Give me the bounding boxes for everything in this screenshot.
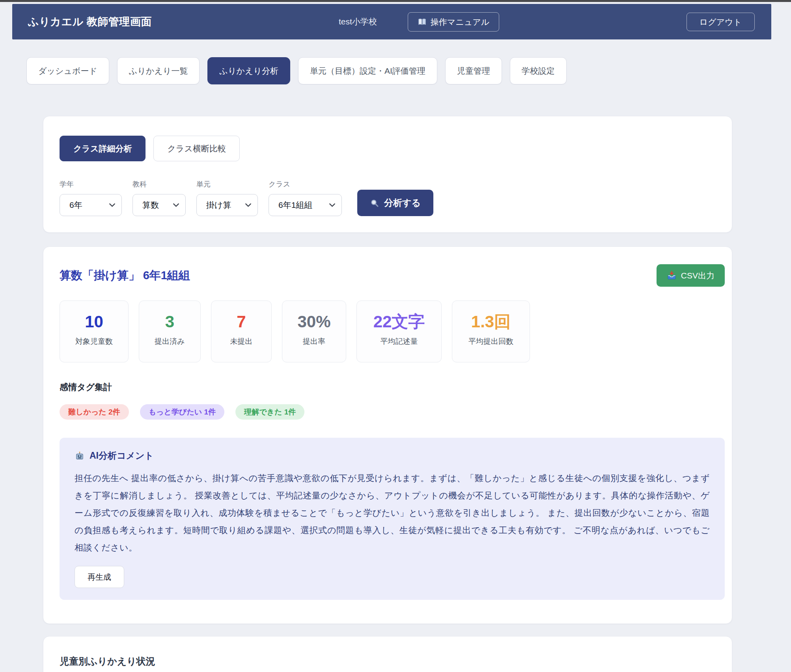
manual-button-label: 操作マニュアル [431, 18, 489, 26]
subject-label: 教科 [132, 179, 186, 189]
tab-unit-settings[interactable]: 単元（目標）設定・AI評価管理 [298, 57, 437, 84]
book-icon [418, 17, 427, 26]
stat-card-submitted: 3 提出済み [139, 301, 201, 362]
class-analysis-panel: 算数「掛け算」 6年1組組 CSV出力 10 対象児童数 3 提出済み 7 未提… [43, 246, 732, 624]
stat-card-submission-rate: 30% 提出率 [282, 301, 346, 362]
chevron-down-icon [173, 203, 179, 207]
tab-dashboard[interactable]: ダッシュボード [26, 57, 109, 84]
emotion-tags-row: 難しかった 2件 もっと学びたい 1件 理解できた 1件 [60, 404, 725, 420]
stat-label: 提出済み [146, 336, 193, 347]
tab-reflection-list[interactable]: ふりかえり一覧 [117, 57, 200, 84]
emotion-tag-understood: 理解できた 1件 [235, 404, 304, 420]
regenerate-button[interactable]: 再生成 [75, 566, 124, 588]
unit-field: 単元 掛け算 [196, 179, 258, 216]
analysis-filter-panel: クラス詳細分析 クラス横断比較 学年 6年 教科 算数 単元 掛け算 クラス [43, 116, 732, 233]
window-top-edge [0, 0, 791, 2]
robot-icon [75, 451, 85, 461]
emotion-tag-difficult: 難しかった 2件 [60, 404, 129, 420]
unit-label: 単元 [196, 179, 258, 189]
stat-label: 平均記述量 [364, 336, 434, 347]
analyze-button[interactable]: 分析する [357, 190, 433, 216]
csv-download-icon [667, 271, 677, 280]
subject-select[interactable]: 算数 [132, 194, 186, 216]
logout-button[interactable]: ログアウト [687, 13, 755, 31]
class-select[interactable]: 6年1組組 [269, 194, 342, 216]
tab-student-management[interactable]: 児童管理 [445, 57, 502, 84]
class-detail-analysis-button[interactable]: クラス詳細分析 [60, 136, 146, 161]
stats-row: 10 対象児童数 3 提出済み 7 未提出 30% 提出率 22文字 平均記述量… [60, 301, 725, 362]
stat-card-not-submitted: 7 未提出 [211, 301, 272, 362]
csv-export-button[interactable]: CSV出力 [657, 264, 725, 287]
grade-field: 学年 6年 [60, 179, 122, 216]
cross-class-comparison-button[interactable]: クラス横断比較 [153, 136, 239, 161]
chevron-down-icon [329, 203, 335, 207]
analysis-mode-toggle: クラス詳細分析 クラス横断比較 [60, 136, 716, 161]
chevron-down-icon [245, 203, 251, 207]
filter-row: 学年 6年 教科 算数 単元 掛け算 クラス 6年1組組 [60, 179, 716, 216]
stat-label: 平均提出回数 [459, 336, 522, 347]
tab-reflection-analysis[interactable]: ふりかえり分析 [207, 57, 290, 84]
students-reflection-panel: 児童別ふりかえり状況 [43, 636, 732, 672]
stat-value: 1.3回 [459, 313, 522, 331]
subject-field: 教科 算数 [132, 179, 186, 216]
csv-export-label: CSV出力 [681, 270, 715, 281]
school-name: test小学校 [339, 16, 377, 27]
emotion-tag-want-to-learn: もっと学びたい 1件 [140, 404, 225, 420]
ai-comment-title-row: AI分析コメント [75, 450, 710, 462]
unit-select-value: 掛け算 [206, 200, 231, 211]
stat-card-average-length: 22文字 平均記述量 [356, 301, 442, 362]
magnifier-icon [370, 198, 379, 208]
subject-select-value: 算数 [142, 200, 159, 211]
ai-comment-body: 担任の先生へ 提出率の低さから、掛け算への苦手意識や意欲の低下が見受けられます。… [75, 470, 710, 556]
stat-value: 30% [289, 313, 339, 331]
stat-value: 10 [67, 313, 121, 331]
manual-button[interactable]: 操作マニュアル [408, 12, 499, 32]
grade-label: 学年 [60, 179, 122, 189]
class-select-value: 6年1組組 [278, 200, 312, 211]
app-header: ふりカエル 教師管理画面 test小学校 操作マニュアル ログアウト [12, 4, 771, 39]
stat-value: 3 [146, 313, 193, 331]
stat-value: 7 [218, 313, 264, 331]
stat-value: 22文字 [364, 313, 434, 331]
unit-select[interactable]: 掛け算 [196, 194, 258, 216]
ai-comment-title: AI分析コメント [90, 450, 154, 462]
stat-label: 提出率 [289, 336, 339, 347]
stat-label: 未提出 [218, 336, 264, 347]
stat-label: 対象児童数 [67, 336, 121, 347]
tab-school-settings[interactable]: 学校設定 [510, 57, 567, 84]
emotion-tag-heading: 感情タグ集計 [60, 381, 725, 393]
class-label: クラス [269, 179, 342, 189]
app-title: ふりカエル 教師管理画面 [28, 15, 152, 29]
ai-analysis-comment-box: AI分析コメント 担任の先生へ 提出率の低さから、掛け算への苦手意識や意欲の低下… [60, 438, 725, 600]
chevron-down-icon [109, 203, 115, 207]
grade-select[interactable]: 6年 [60, 194, 122, 216]
stat-card-target-students: 10 対象児童数 [60, 301, 129, 362]
class-field: クラス 6年1組組 [269, 179, 342, 216]
stat-card-average-submissions: 1.3回 平均提出回数 [452, 301, 530, 362]
grade-select-value: 6年 [69, 200, 82, 211]
analysis-title: 算数「掛け算」 6年1組組 [60, 268, 190, 284]
main-tabs: ダッシュボード ふりかえり一覧 ふりかえり分析 単元（目標）設定・AI評価管理 … [26, 57, 771, 84]
analyze-button-label: 分析する [384, 197, 421, 209]
analysis-card-head: 算数「掛け算」 6年1組組 CSV出力 [60, 264, 725, 287]
students-section-heading: 児童別ふりかえり状況 [60, 655, 716, 668]
